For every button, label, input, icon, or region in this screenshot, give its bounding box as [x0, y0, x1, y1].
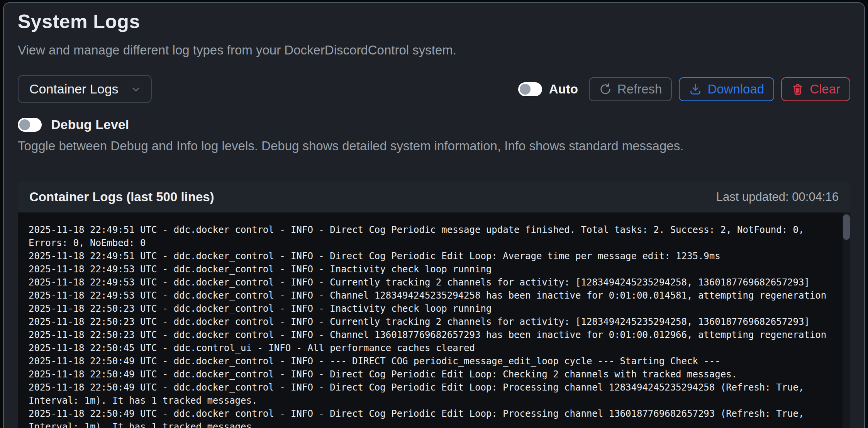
log-scrollbar[interactable] [843, 212, 850, 428]
log-type-select[interactable]: Container Logs [18, 75, 152, 103]
refresh-button[interactable]: Refresh [589, 77, 672, 101]
download-button-label: Download [707, 82, 764, 97]
log-scrollbar-thumb[interactable] [843, 214, 850, 240]
auto-refresh-toggle[interactable] [518, 82, 542, 96]
auto-toggle-label: Auto [549, 82, 578, 97]
debug-level-description: Toggle between Debug and Info log levels… [18, 138, 850, 154]
log-card: Container Logs (last 500 lines) Last upd… [18, 182, 850, 428]
log-card-title: Container Logs (last 500 lines) [29, 190, 214, 204]
log-type-select-value: Container Logs [29, 82, 119, 97]
log-actions: Auto Refresh Download [518, 77, 850, 101]
download-icon [689, 83, 702, 96]
controls-row: Container Logs Auto Refresh [18, 75, 850, 103]
last-updated-text: Last updated: 00:04:16 [716, 190, 839, 204]
debug-level-label: Debug Level [51, 117, 129, 132]
chevron-down-icon [130, 83, 142, 95]
toggle-knob [520, 84, 531, 95]
clear-button[interactable]: Clear [781, 77, 850, 101]
debug-level-toggle[interactable] [18, 118, 42, 132]
page-title: System Logs [18, 11, 850, 32]
clear-button-label: Clear [810, 82, 840, 97]
log-output[interactable]: 2025-11-18 22:49:51 UTC - ddc.docker_con… [18, 212, 850, 428]
page-subtitle: View and manage different log types from… [18, 42, 850, 58]
refresh-icon [599, 83, 612, 96]
log-card-header: Container Logs (last 500 lines) Last upd… [18, 182, 850, 212]
system-logs-panel: System Logs View and manage different lo… [3, 2, 865, 428]
download-button[interactable]: Download [679, 77, 774, 101]
trash-icon [791, 83, 804, 96]
debug-level-row: Debug Level [18, 117, 850, 132]
toggle-knob [19, 119, 30, 130]
refresh-button-label: Refresh [617, 82, 662, 97]
log-text: 2025-11-18 22:49:51 UTC - ddc.docker_con… [29, 223, 835, 428]
